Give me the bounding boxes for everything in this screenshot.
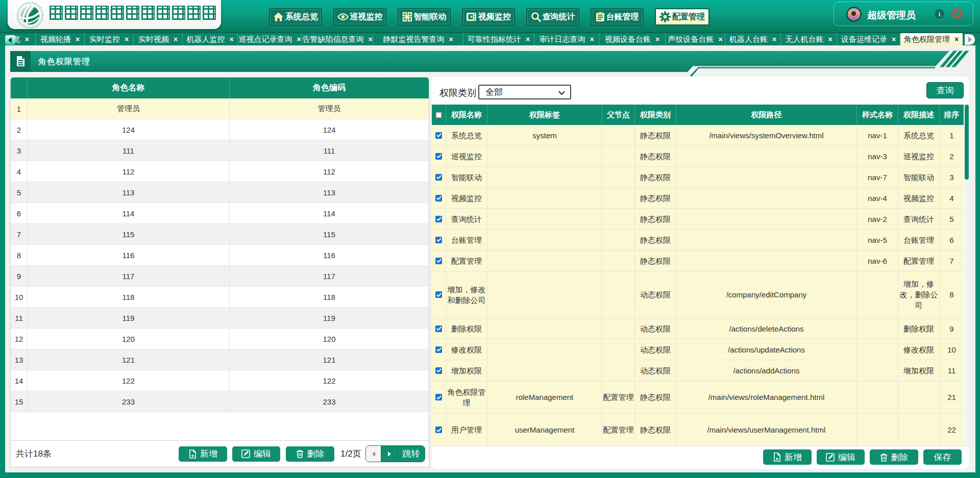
svg-text:i: i	[939, 10, 941, 18]
